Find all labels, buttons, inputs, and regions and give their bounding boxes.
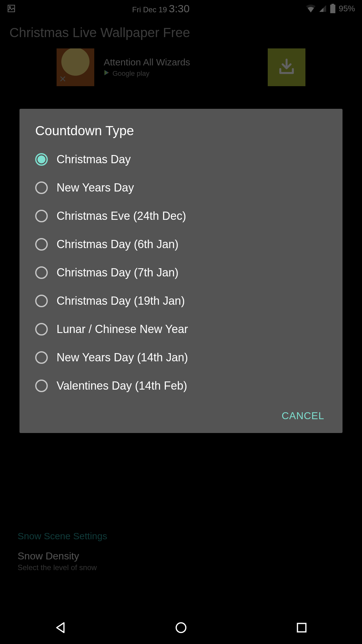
radio-option[interactable]: New Years Day — [35, 174, 327, 202]
navigation-bar — [0, 613, 362, 644]
cancel-button[interactable]: CANCEL — [282, 410, 324, 422]
radio-option[interactable]: New Years Day (14th Jan) — [35, 343, 327, 372]
radio-indicator-icon — [35, 238, 48, 251]
radio-label: Christmas Day (6th Jan) — [57, 238, 178, 251]
radio-option[interactable]: Christmas Day (7th Jan) — [35, 258, 327, 287]
radio-indicator-icon — [35, 266, 48, 279]
back-button[interactable] — [53, 620, 68, 636]
radio-option[interactable]: Christmas Day — [35, 145, 327, 174]
radio-option[interactable]: Christmas Day (6th Jan) — [35, 230, 327, 258]
radio-label: Lunar / Chinese New Year — [57, 323, 188, 336]
recent-apps-button[interactable] — [294, 620, 309, 636]
radio-label: Valentines Day (14th Feb) — [57, 379, 187, 392]
radio-indicator-icon — [35, 210, 48, 222]
radio-option[interactable]: Valentines Day (14th Feb) — [35, 372, 327, 400]
radio-indicator-icon — [35, 323, 48, 336]
radio-option[interactable]: Christmas Day (19th Jan) — [35, 287, 327, 315]
countdown-type-dialog: Countdown Type Christmas DayNew Years Da… — [19, 109, 343, 433]
radio-option[interactable]: Lunar / Chinese New Year — [35, 315, 327, 343]
home-button[interactable] — [174, 620, 188, 636]
radio-label: New Years Day — [57, 181, 134, 194]
svg-point-4 — [176, 623, 186, 633]
radio-label: Christmas Eve (24th Dec) — [57, 209, 186, 223]
radio-label: Christmas Day — [57, 153, 131, 166]
radio-label: Christmas Day (19th Jan) — [57, 294, 185, 308]
radio-list: Christmas DayNew Years DayChristmas Eve … — [19, 145, 343, 403]
radio-indicator-icon — [35, 153, 48, 166]
dialog-title: Countdown Type — [19, 120, 343, 145]
radio-option[interactable]: Christmas Eve (24th Dec) — [35, 202, 327, 230]
radio-indicator-icon — [35, 380, 48, 392]
radio-indicator-icon — [35, 351, 48, 364]
radio-indicator-icon — [35, 295, 48, 307]
radio-label: Christmas Day (7th Jan) — [57, 266, 178, 279]
radio-label: New Years Day (14th Jan) — [57, 351, 188, 364]
radio-indicator-icon — [35, 181, 48, 194]
svg-rect-5 — [298, 624, 306, 632]
